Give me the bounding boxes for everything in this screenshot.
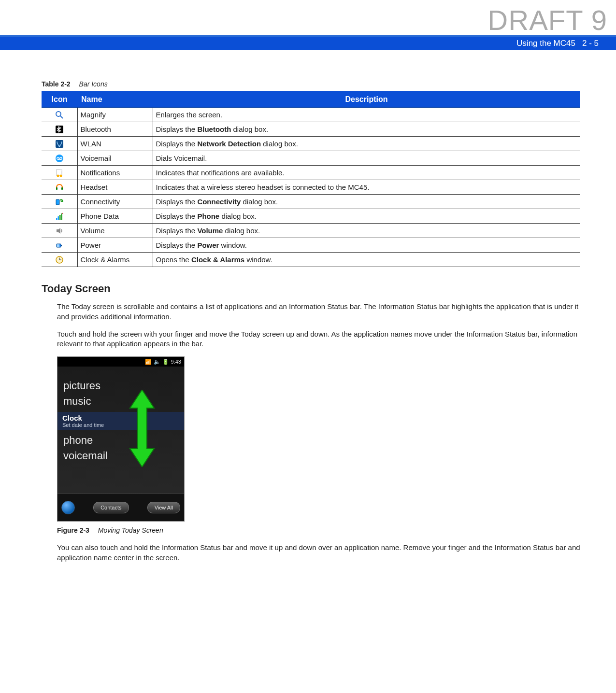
- col-name: Name: [77, 92, 153, 108]
- svg-marker-21: [57, 228, 60, 234]
- svg-rect-2: [56, 126, 63, 133]
- paragraph-1: The Today screen is scrollable and conta…: [57, 302, 580, 322]
- contacts-button: Contacts: [93, 502, 129, 513]
- table-row: MagnifyEnlarges the screen.: [42, 107, 580, 122]
- icon-description: Displays the Bluetooth dialog box.: [153, 122, 580, 137]
- svg-point-12: [59, 175, 62, 177]
- table-row: ConnectivityDisplays the Connectivity di…: [42, 195, 580, 209]
- svg-rect-13: [56, 187, 57, 190]
- icon-name: Notifications: [77, 166, 153, 180]
- figure-caption: Figure 2-3 Moving Today Screen: [57, 526, 580, 534]
- icon-name: Headset: [77, 180, 153, 195]
- table-row: BluetoothDisplays the Bluetooth dialog b…: [42, 122, 580, 137]
- svg-rect-18: [59, 215, 61, 220]
- connectivity-icon: [42, 195, 77, 209]
- headset-icon: [42, 180, 77, 195]
- infobar-subtitle: Set date and time: [62, 422, 179, 428]
- svg-marker-28: [130, 390, 154, 467]
- table-row: PowerDisplays the Power window.: [42, 238, 580, 253]
- power-icon: [42, 238, 77, 253]
- table-row: HeadsetIndicates that a wireless stereo …: [42, 180, 580, 195]
- col-description: Description: [153, 92, 580, 108]
- table-title: Bar Icons: [79, 80, 108, 88]
- icon-description: Displays the Volume dialog box.: [153, 224, 580, 238]
- icon-description: Displays the Connectivity dialog box.: [153, 195, 580, 209]
- icon-description: Enlarges the screen.: [153, 107, 580, 122]
- svg-rect-16: [56, 218, 57, 220]
- table-row: WLANDisplays the Network Detection dialo…: [42, 137, 580, 151]
- svg-rect-23: [61, 245, 62, 246]
- start-orb-icon: [61, 501, 75, 514]
- figure-2-3: 📶 🔈 🔋 9:43 pictures music Clock Set date…: [57, 356, 580, 534]
- svg-rect-15: [56, 199, 59, 205]
- voicemail-icon: [42, 151, 77, 166]
- page-header: Using the MC45 2 - 5: [0, 35, 616, 50]
- today-screen-screenshot: 📶 🔈 🔋 9:43 pictures music Clock Set date…: [57, 356, 185, 522]
- phonedata-icon: [42, 209, 77, 224]
- status-time: 9:43: [171, 359, 181, 365]
- status-signal-icon: 📶: [145, 359, 152, 365]
- icon-name: Magnify: [77, 107, 153, 122]
- icon-name: WLAN: [77, 137, 153, 151]
- svg-point-11: [57, 175, 59, 177]
- svg-rect-19: [61, 213, 62, 220]
- icon-description: Indicates that notifications are availab…: [153, 166, 580, 180]
- table-row: Clock & AlarmsOpens the Clock & Alarms w…: [42, 253, 580, 267]
- svg-point-0: [56, 112, 61, 116]
- clockalarm-icon: [42, 253, 77, 267]
- table-row: VolumeDisplays the Volume dialog box.: [42, 224, 580, 238]
- icon-name: Power: [77, 238, 153, 253]
- wlan-icon: [42, 137, 77, 151]
- header-title: Using the MC45: [516, 39, 575, 48]
- paragraph-3: You can also touch and hold the Informat…: [57, 543, 580, 563]
- svg-rect-14: [61, 187, 63, 190]
- bar-icons-table: Icon Name Description MagnifyEnlarges th…: [42, 91, 580, 267]
- magnify-icon: [42, 107, 77, 122]
- figure-label: Figure 2-3: [57, 526, 89, 534]
- today-item-voicemail: voicemail: [57, 448, 184, 464]
- table-row: Phone DataDisplays the Phone dialog box.: [42, 209, 580, 224]
- icon-description: Displays the Power window.: [153, 238, 580, 253]
- infobar-title: Clock: [62, 414, 179, 422]
- info-status-bar: Clock Set date and time: [57, 412, 184, 430]
- icon-name: Clock & Alarms: [77, 253, 153, 267]
- bluetooth-icon: [42, 122, 77, 137]
- table-row: VoicemailDials Voicemail.: [42, 151, 580, 166]
- viewall-button: View All: [147, 502, 180, 513]
- table-row: NotificationsIndicates that notification…: [42, 166, 580, 180]
- figure-title: Moving Today Screen: [98, 526, 163, 534]
- svg-point-4: [58, 145, 60, 147]
- svg-line-1: [60, 116, 63, 118]
- section-heading: Today Screen: [42, 283, 580, 295]
- bottom-tray: Contacts View All: [57, 494, 184, 521]
- icon-name: Voicemail: [77, 151, 153, 166]
- table-caption: Table 2-2 Bar Icons: [42, 80, 580, 88]
- status-volume-icon: 🔈: [154, 359, 160, 365]
- svg-rect-17: [57, 216, 59, 220]
- table-label: Table 2-2: [42, 80, 71, 88]
- today-item-music: music: [57, 394, 184, 409]
- status-battery-icon: 🔋: [162, 359, 169, 365]
- draft-watermark: DRAFT 9: [487, 4, 607, 36]
- notifications-icon: [42, 166, 77, 180]
- header-page-number: 2 - 5: [582, 39, 599, 48]
- icon-description: Opens the Clock & Alarms window.: [153, 253, 580, 267]
- phone-status-bar: 📶 🔈 🔋 9:43: [57, 357, 184, 367]
- paragraph-2: Touch and hold the screen with your fing…: [57, 329, 580, 349]
- icon-name: Phone Data: [77, 209, 153, 224]
- today-item-pictures: pictures: [57, 378, 184, 394]
- today-item-phone: phone: [57, 433, 184, 448]
- volume-icon: [42, 224, 77, 238]
- svg-rect-24: [57, 244, 59, 247]
- icon-name: Connectivity: [77, 195, 153, 209]
- icon-description: Displays the Network Detection dialog bo…: [153, 137, 580, 151]
- icon-name: Bluetooth: [77, 122, 153, 137]
- icon-description: Displays the Phone dialog box.: [153, 209, 580, 224]
- icon-description: Dials Voicemail.: [153, 151, 580, 166]
- icon-description: Indicates that a wireless stereo headset…: [153, 180, 580, 195]
- scroll-arrow-icon: [128, 390, 157, 468]
- col-icon: Icon: [42, 92, 77, 108]
- svg-marker-20: [62, 212, 63, 214]
- icon-name: Volume: [77, 224, 153, 238]
